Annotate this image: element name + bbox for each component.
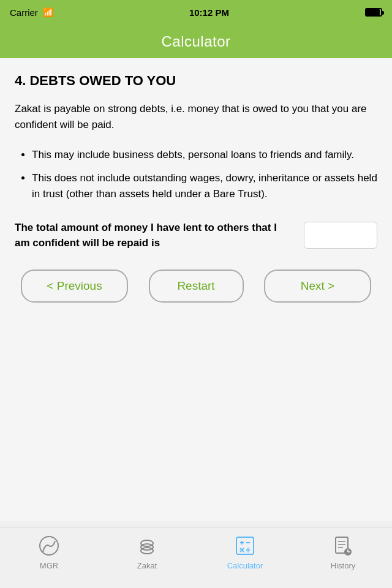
status-bar-left: Carrier 📶	[10, 7, 53, 18]
tab-history[interactable]: History	[294, 533, 392, 570]
previous-button[interactable]: < Previous	[21, 270, 128, 303]
status-bar-right	[365, 8, 382, 17]
carrier-label: Carrier	[10, 7, 38, 18]
status-time: 10:12 PM	[189, 7, 229, 18]
tab-history-label: History	[331, 561, 355, 570]
section-description: Zakat is payable on strong debts, i.e. m…	[15, 101, 377, 134]
mgr-icon	[37, 533, 61, 558]
bullet-item-2: This does not include outstanding wages,…	[32, 170, 377, 203]
zakat-icon	[135, 533, 159, 558]
tab-calculator[interactable]: Calculator	[196, 533, 294, 570]
tab-zakat[interactable]: Zakat	[98, 533, 196, 570]
calculator-icon	[233, 533, 257, 558]
history-icon	[331, 533, 355, 558]
section-title: 4. DEBTS OWED TO YOU	[15, 73, 377, 89]
next-button[interactable]: Next >	[264, 270, 371, 303]
amount-input-row: The total amount of money I have lent to…	[15, 220, 377, 251]
restart-button[interactable]: Restart	[149, 270, 244, 303]
bullet-list: This may include business debts, persona…	[15, 147, 377, 203]
input-label: The total amount of money I have lent to…	[15, 220, 304, 251]
svg-point-12	[247, 551, 249, 552]
amount-input[interactable]	[304, 222, 377, 249]
svg-point-11	[247, 548, 249, 549]
battery-icon	[365, 8, 382, 17]
tab-bar: MGR Zakat	[0, 527, 392, 588]
wifi-icon: 📶	[43, 7, 53, 17]
status-bar: Carrier 📶 10:12 PM	[0, 0, 392, 24]
tab-calculator-label: Calculator	[227, 561, 263, 570]
app-header: Calculator	[0, 24, 392, 58]
tab-mgr[interactable]: MGR	[0, 533, 98, 570]
tab-mgr-label: MGR	[40, 561, 58, 570]
tab-zakat-label: Zakat	[137, 561, 157, 570]
main-content: 4. DEBTS OWED TO YOU Zakat is payable on…	[0, 58, 392, 521]
bullet-item-1: This may include business debts, persona…	[32, 147, 377, 163]
header-title: Calculator	[161, 33, 230, 50]
nav-buttons: < Previous Restart Next >	[15, 270, 377, 303]
svg-rect-4	[236, 537, 254, 554]
